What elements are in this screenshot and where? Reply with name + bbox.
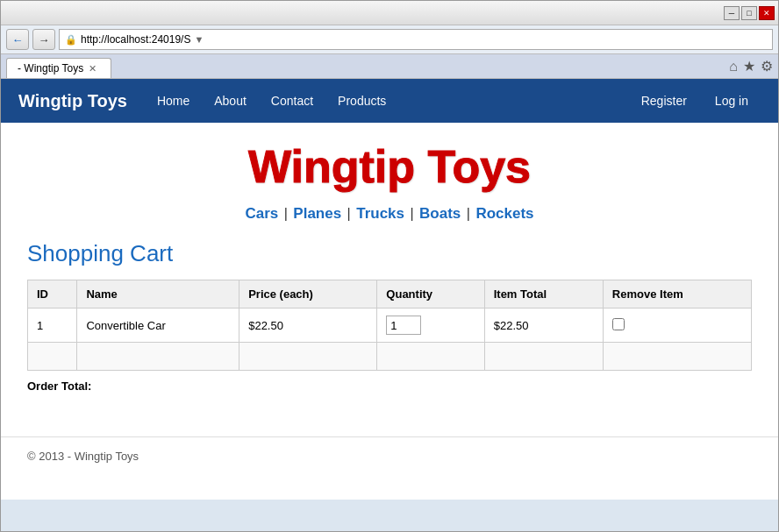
settings-icon[interactable]: ⚙ bbox=[761, 58, 773, 74]
sep-2: | bbox=[347, 206, 351, 221]
address-dropdown[interactable]: ▼ bbox=[194, 34, 204, 45]
cell-id: 1 bbox=[28, 309, 77, 343]
sep-3: | bbox=[410, 206, 413, 221]
table-body: 1 Convertible Car $22.50 $22.50 bbox=[28, 309, 752, 371]
favorites-icon[interactable]: ★ bbox=[743, 58, 755, 74]
home-icon[interactable]: ⌂ bbox=[729, 59, 738, 74]
quantity-input[interactable] bbox=[386, 316, 421, 335]
table-head: ID Name Price (each) Quantity Item Total… bbox=[28, 280, 752, 309]
page-heading: Shopping Cart bbox=[27, 240, 752, 267]
main-content: Wingtip Toys Cars | Planes | Trucks | Bo… bbox=[1, 123, 778, 410]
sep-1: | bbox=[284, 206, 288, 221]
navbar-right: Register Log in bbox=[629, 79, 761, 123]
category-nav: Cars | Planes | Trucks | Boats | Rockets bbox=[27, 205, 752, 223]
table-row-empty bbox=[28, 343, 752, 371]
category-rockets[interactable]: Rockets bbox=[475, 205, 533, 222]
title-bar: ─ □ ✕ bbox=[1, 1, 778, 25]
navbar-brand[interactable]: Wingtip Toys bbox=[18, 91, 127, 111]
navbar: Wingtip Toys Home About Contact Products… bbox=[1, 79, 778, 123]
close-button[interactable]: ✕ bbox=[759, 6, 775, 20]
page-content: Wingtip Toys Home About Contact Products… bbox=[1, 79, 778, 500]
category-trucks[interactable]: Trucks bbox=[356, 205, 404, 222]
category-planes[interactable]: Planes bbox=[293, 205, 341, 222]
cell-remove bbox=[603, 309, 751, 343]
remove-checkbox[interactable] bbox=[612, 318, 625, 330]
cart-table: ID Name Price (each) Quantity Item Total… bbox=[27, 280, 752, 371]
cell-price: $22.50 bbox=[239, 309, 377, 343]
nav-about[interactable]: About bbox=[202, 79, 259, 123]
address-text: http://localhost:24019/S bbox=[81, 33, 190, 46]
cell-name: Convertible Car bbox=[77, 309, 239, 343]
site-title: Wingtip Toys bbox=[27, 140, 752, 193]
col-price: Price (each) bbox=[239, 280, 377, 309]
footer: © 2013 - Wingtip Toys bbox=[1, 436, 778, 475]
cell-quantity bbox=[377, 309, 484, 343]
back-button[interactable]: ← bbox=[6, 29, 29, 50]
category-boats[interactable]: Boats bbox=[419, 205, 461, 222]
address-icon: 🔒 bbox=[65, 34, 77, 46]
category-cars[interactable]: Cars bbox=[245, 205, 278, 222]
order-total: Order Total: bbox=[27, 379, 752, 393]
table-header-row: ID Name Price (each) Quantity Item Total… bbox=[28, 280, 752, 309]
col-item-total: Item Total bbox=[484, 280, 603, 309]
tab-bar: - Wingtip Toys ✕ ⌂ ★ ⚙ bbox=[1, 54, 778, 79]
navbar-links: Home About Contact Products bbox=[145, 79, 629, 123]
col-name: Name bbox=[77, 280, 239, 309]
table-row: 1 Convertible Car $22.50 $22.50 bbox=[28, 309, 752, 343]
empty-name bbox=[77, 343, 239, 371]
empty-item-total bbox=[484, 343, 603, 371]
nav-home[interactable]: Home bbox=[145, 79, 202, 123]
maximize-button[interactable]: □ bbox=[741, 6, 757, 20]
tab-close-button[interactable]: ✕ bbox=[89, 63, 96, 74]
browser-tab[interactable]: - Wingtip Toys ✕ bbox=[6, 58, 111, 78]
cell-item-total: $22.50 bbox=[484, 309, 603, 343]
nav-contact[interactable]: Contact bbox=[259, 79, 325, 123]
footer-text: © 2013 - Wingtip Toys bbox=[27, 450, 139, 463]
minimize-button[interactable]: ─ bbox=[724, 6, 740, 20]
col-id: ID bbox=[28, 280, 77, 309]
empty-id bbox=[28, 343, 77, 371]
tab-title: - Wingtip Toys bbox=[18, 62, 83, 74]
nav-products[interactable]: Products bbox=[325, 79, 398, 123]
empty-quantity bbox=[377, 343, 484, 371]
forward-button[interactable]: → bbox=[32, 29, 55, 50]
empty-price bbox=[239, 343, 377, 371]
col-quantity: Quantity bbox=[377, 280, 484, 309]
sep-4: | bbox=[467, 206, 470, 221]
empty-remove bbox=[603, 343, 751, 371]
address-bar-row: ← → 🔒 http://localhost:24019/S ▼ bbox=[1, 25, 778, 54]
col-remove: Remove Item bbox=[603, 280, 751, 309]
nav-login[interactable]: Log in bbox=[703, 79, 761, 123]
address-bar[interactable]: 🔒 http://localhost:24019/S ▼ bbox=[59, 29, 773, 50]
nav-register[interactable]: Register bbox=[629, 79, 699, 123]
